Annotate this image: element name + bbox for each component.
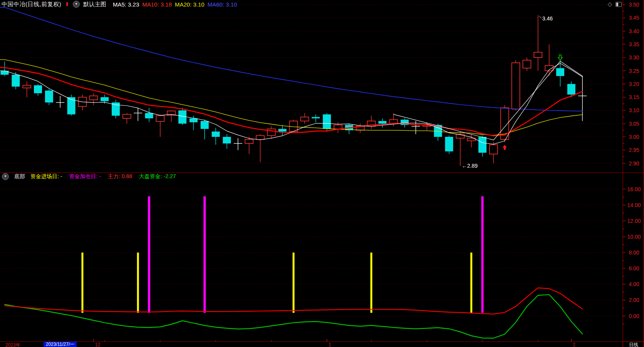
month-label-2: 2: [573, 342, 575, 347]
buy-signal-arrow: [503, 145, 507, 150]
ma-label-1: MA10: 3.18: [142, 1, 172, 8]
sub-tick-label: 2.00: [629, 297, 639, 303]
sub-indicator-values: 资金进场日: -资金加仓日: -主力: 0.88大盘资金: -2.27: [30, 173, 176, 180]
price-tick-label: 3.45: [629, 15, 639, 21]
price-tick-label: 3.05: [629, 121, 639, 127]
sub-tick-label: 16.00: [627, 186, 641, 192]
panel-layout-icon[interactable]: [615, 2, 622, 7]
sub-field-2: 主力: 0.88: [108, 173, 132, 180]
ma-label-2: MA20: 3.10: [175, 1, 205, 8]
month-label-12: 12: [95, 342, 100, 347]
sub-tick-label: 6.00: [629, 265, 639, 271]
price-annotation: ←2.89: [462, 163, 478, 169]
ma-label-3: MA60: 3.10: [208, 1, 237, 8]
sell-signal-arrow: [558, 55, 562, 60]
date-box[interactable]: 2023/11/27/一: [44, 342, 77, 347]
sub-chart-header: ▾ 底部 资金进场日: -资金加仓日: -主力: 0.88大盘资金: -2.27: [0, 173, 620, 180]
stock-title: 中国中冶(日线,前复权): [2, 1, 61, 8]
year-label: 2023年: [5, 342, 20, 347]
time-axis-bar: 2023年 2023/11/27/一 1212 日线: [0, 342, 644, 347]
sub-tick-label: 4.00: [629, 281, 639, 287]
price-tick-label: 3.40: [629, 28, 639, 34]
sub-indicator-dropdown-button[interactable]: ▾: [2, 173, 9, 180]
stock-chart-window: 3.503.453.403.353.303.253.203.153.103.05…: [0, 0, 644, 347]
price-tick-label: 3.00: [629, 134, 639, 140]
trend-up-icon: ⬆: [65, 2, 69, 7]
overlay-name[interactable]: 默认主图: [83, 1, 106, 8]
price-tick-label: 3.35: [629, 41, 639, 47]
diamond-tool-icon[interactable]: ◇: [607, 1, 612, 8]
sub-field-0: 资金进场日: -: [30, 173, 62, 180]
sub-field-1: 资金加仓日: -: [69, 173, 101, 180]
period-label[interactable]: 日线: [623, 342, 644, 347]
sub-field-3: 大盘资金: -2.27: [139, 173, 176, 180]
ma-label-0: MA5: 3.23: [113, 1, 139, 8]
price-tick-label: 3.20: [629, 81, 639, 87]
price-annotation: 3.46: [542, 15, 553, 22]
ma-value-list: MA5: 3.23MA10: 3.18MA20: 3.10MA60: 3.10: [110, 1, 237, 8]
month-label-1: 1: [329, 342, 331, 347]
price-tick-label: 3.15: [629, 94, 639, 100]
sub-indicator-name[interactable]: 底部: [14, 173, 25, 180]
price-tick-label: 2.95: [629, 147, 639, 153]
price-tick-label: 3.10: [629, 107, 639, 113]
indicator-dropdown-button[interactable]: ▾: [73, 1, 80, 8]
sub-tick-label: 0.00: [629, 313, 639, 319]
main-chart-header: 中国中冶(日线,前复权) ⬆ ▾ 默认主图 MA5: 3.23MA10: 3.1…: [0, 0, 644, 8]
price-tick-label: 3.30: [629, 54, 639, 61]
price-tick-label: 2.90: [629, 160, 639, 167]
sub-tick-label: 10.00: [627, 234, 641, 240]
sub-tick-label: 14.00: [627, 202, 641, 208]
sub-tick-label: 8.00: [629, 249, 639, 256]
sub-tick-label: 12.00: [627, 218, 641, 224]
price-tick-label: 3.25: [629, 68, 639, 74]
